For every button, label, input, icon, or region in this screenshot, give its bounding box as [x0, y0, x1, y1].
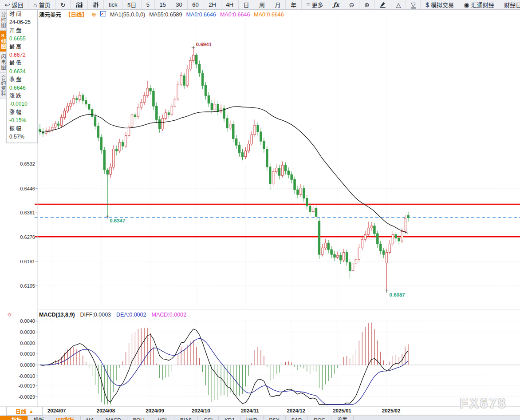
indicator-tab-ROC[interactable]: ROC — [308, 416, 331, 420]
timeframe-5m-button[interactable]: 5 — [142, 0, 155, 9]
timeframe-5d-button-label: 5日 — [127, 0, 136, 9]
chart-type-tab-闪电图[interactable]: 闪电图 — [0, 52, 6, 73]
macd-tick-label: -0.0019 — [19, 383, 35, 388]
dollar-icon: $ — [425, 2, 429, 8]
chart-style-button[interactable] — [88, 0, 104, 9]
timeframe-60m-button-label: 60 — [192, 1, 198, 8]
back-button-label: 返回 — [12, 0, 23, 9]
ohlc-info-panel: 时 间24-06-25开 盘0.6655最 高0.6672最 低0.6634收 … — [6, 10, 38, 143]
timeframe-tick-button-label: tick — [109, 1, 118, 8]
huitong-news-button[interactable]: ◉汇通财经 — [459, 0, 500, 9]
timeframe-60m-button[interactable]: 60 — [188, 0, 204, 9]
demo-trade-button-label: 模拟交易 — [431, 0, 454, 9]
home-button[interactable]: ⌂首页 — [28, 0, 55, 9]
add-indicator-icon[interactable]: ⊕ — [91, 11, 96, 18]
calendar-button-label: 财经日历 — [504, 0, 520, 9]
month-tick-label: 2024/11 — [241, 408, 260, 413]
indicator-tab-MACD[interactable]: MACD — [100, 416, 127, 420]
back-button[interactable]: ↩返回 — [0, 0, 28, 9]
info-label: 开 盘 — [9, 27, 37, 35]
home-button-label: 首页 — [39, 0, 50, 9]
corner-block — [0, 416, 6, 420]
zoom-out-icon: ⊖ — [349, 2, 355, 8]
price-annotation: 0.6941 — [196, 42, 212, 47]
timeframe-4h-button[interactable]: 4H — [221, 0, 239, 9]
calendar-button[interactable]: 财经日历 — [499, 0, 520, 9]
info-value: 24-06-25 — [9, 18, 37, 26]
refresh-icon: ↻ — [60, 2, 66, 8]
fx678-watermark: FX678 — [460, 396, 507, 412]
zoom-in-button[interactable]: ⊕ — [359, 0, 374, 9]
indicator-formula-button[interactable]: ƒx — [328, 0, 344, 9]
ma0-value-blue: MA0:0.6646 — [186, 12, 216, 18]
month-tick-label: 2025/02 — [382, 408, 401, 413]
price-tick-label: 0.6361 — [20, 210, 35, 215]
macd-tick-label: -0.0010 — [19, 373, 35, 379]
timeframe-day-button[interactable]: 日 — [239, 0, 254, 9]
draw-tool-button[interactable] — [375, 0, 391, 9]
timeframe-week-button[interactable]: 周 — [254, 0, 270, 9]
huitong-logo-icon: ◉ — [464, 2, 469, 8]
indicator-tab-模板[interactable]: 模板 — [28, 416, 50, 420]
indicator-tab-BOLL[interactable]: BOLL — [127, 416, 152, 420]
indicator-tab-PSY[interactable]: PSY — [264, 416, 286, 420]
chart-type-tab-合约资料[interactable]: 合约资料 — [0, 73, 6, 99]
indicator-tab-KDJ[interactable]: KDJ — [219, 416, 240, 420]
info-value: 0.6655 — [9, 35, 37, 43]
indicator-tab-VOL[interactable]: VOL — [152, 416, 174, 420]
chart-type-tab-分时图[interactable]: 分时图 — [0, 10, 6, 31]
month-tick-label: 2024/10 — [192, 408, 210, 413]
month-tick-label: 2024/12 — [287, 408, 305, 413]
zoom-out-button[interactable]: ⊖ — [344, 0, 359, 9]
indicator-tab-设置[interactable]: 设置 — [331, 416, 354, 420]
timeframe-5m-button-label: 5 — [146, 1, 150, 8]
macd-header: MACD(13,8,9) DIFF:0.0003 DEA:0.0002 MACD… — [39, 312, 186, 318]
period-selector-button[interactable]: 日线 ▲ — [6, 407, 43, 416]
timeframe-month-button[interactable]: 月 — [270, 0, 286, 9]
bottom-indicator-tabbar: 指标模板VIP指标MAMACDBOLLVOLBIASCCIKDJLWRPSYSA… — [0, 416, 520, 420]
timeframe-15m-button[interactable]: 15 — [155, 0, 171, 9]
demo-trade-button[interactable]: $模拟交易 — [421, 0, 459, 9]
zoom-in-icon: ⊕ — [364, 2, 370, 8]
triangle-up-button[interactable]: △ — [391, 0, 406, 9]
ma0-value-magenta: MA0:0.6646 — [220, 12, 250, 18]
indicator-tab-LWR[interactable]: LWR — [240, 416, 264, 420]
triangle-up-icon: △ — [396, 2, 401, 8]
indicator-tab-CCI[interactable]: CCI — [198, 416, 219, 420]
period-selector-label: 日线 — [16, 407, 27, 416]
indicator-tab-BIAS[interactable]: BIAS — [174, 416, 198, 420]
month-tick-label: 2024/09 — [146, 408, 164, 413]
triangle-down-button[interactable]: ▽ — [406, 0, 421, 9]
info-label: 时 间 — [9, 10, 37, 18]
indicator-settings-icon[interactable]: ☼ — [7, 311, 12, 317]
price-annotation: 0.6347 — [110, 218, 125, 223]
panel-borders — [0, 10, 520, 415]
info-value: 0.6634 — [9, 67, 37, 75]
chevron-up-icon: ▲ — [29, 409, 34, 414]
top-toolbar: ↩返回⌂首页↻tick5日51530602H4H日周月年≡更多ƒx⊖⊕△▽$模拟… — [0, 0, 520, 10]
more-button-label: 更多 — [312, 0, 323, 9]
timeframe-5d-button[interactable]: 5日 — [122, 0, 142, 9]
refresh-button[interactable]: ↻ — [55, 0, 71, 9]
chart-type-tab-strip: 分时图K线图闪电图合约资料 — [0, 10, 7, 99]
chart-type-bar-button[interactable] — [71, 0, 87, 9]
chart-type-tab-K线图[interactable]: K线图 — [0, 31, 6, 52]
timeframe-tick-button[interactable]: tick — [104, 0, 122, 9]
indicator-tab-VIP指标[interactable]: VIP指标 — [50, 416, 81, 420]
price-tick-label: 0.6446 — [20, 186, 35, 191]
info-label: 涨 跌 — [9, 92, 37, 100]
timeframe-year-button[interactable]: 年 — [286, 0, 301, 9]
info-value: -0.15% — [9, 116, 37, 124]
main-chart-header: 澳元美元 【日线】 ⊕ MA1(55,0,0,0) MA55:0.6589 MA… — [39, 10, 284, 19]
macd-diff-value: DIFF:0.0003 — [80, 312, 111, 318]
chart-canvas[interactable]: 0.69410.63470.60870.65320.64460.63610.62… — [0, 0, 520, 420]
timeframe-day-button-label: 日 — [243, 0, 249, 9]
indicator-tab-MA[interactable]: MA — [81, 416, 100, 420]
more-button[interactable]: ≡更多 — [302, 0, 329, 9]
info-label: 最 高 — [9, 43, 37, 51]
info-label: 收 盘 — [9, 75, 37, 83]
timeframe-2h-button[interactable]: 2H — [204, 0, 221, 9]
indicator-tab-SAR[interactable]: SAR — [286, 416, 308, 420]
timeframe-30m-button[interactable]: 30 — [171, 0, 188, 9]
indicator-tab-指标[interactable]: 指标 — [6, 416, 28, 420]
